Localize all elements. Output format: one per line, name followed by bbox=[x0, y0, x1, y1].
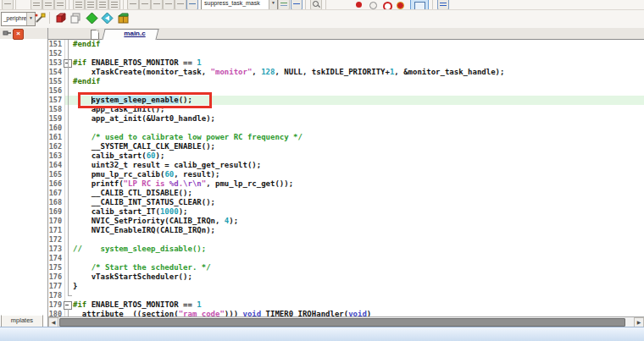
fold-margin[interactable] bbox=[65, 179, 73, 189]
fold-margin[interactable] bbox=[65, 310, 73, 316]
scrollbar-thumb[interactable] bbox=[59, 318, 625, 327]
line-number[interactable]: 166 bbox=[48, 179, 65, 189]
line-number[interactable]: 158 bbox=[48, 105, 65, 114]
chevron-down-icon[interactable]: ▼ bbox=[269, 0, 277, 9]
find-combobox[interactable]: suppress_task_mask ▼ bbox=[201, 0, 278, 10]
breakpoint-icon[interactable] bbox=[397, 2, 404, 9]
line-number[interactable]: 152 bbox=[48, 49, 65, 58]
options-wand-icon[interactable] bbox=[34, 12, 47, 25]
fold-margin[interactable] bbox=[65, 170, 73, 179]
fold-margin[interactable] bbox=[65, 58, 73, 68]
fold-margin[interactable] bbox=[65, 282, 73, 291]
highlighted-word[interactable]: system_sleep_enable bbox=[92, 96, 179, 104]
line-number[interactable]: 179 bbox=[48, 300, 65, 310]
toolbar-icon-cropped[interactable] bbox=[163, 0, 175, 10]
magnifier-icon[interactable] bbox=[310, 0, 322, 10]
fold-margin[interactable] bbox=[65, 161, 73, 170]
line-number[interactable]: 177 bbox=[48, 282, 65, 291]
fold-margin[interactable] bbox=[65, 133, 73, 142]
fold-margin[interactable] bbox=[65, 96, 73, 105]
line-number[interactable]: 173 bbox=[48, 245, 65, 254]
fold-collapse-box[interactable] bbox=[64, 59, 72, 68]
line-number[interactable]: 180 bbox=[48, 310, 65, 316]
fold-margin[interactable] bbox=[65, 254, 73, 263]
blue-tool-icon[interactable] bbox=[437, 0, 449, 10]
line-number[interactable]: 153 bbox=[48, 58, 65, 68]
gray-dot-icon[interactable] bbox=[369, 2, 377, 9]
line-number[interactable]: 164 bbox=[48, 161, 65, 170]
comment-icon[interactable] bbox=[97, 0, 108, 10]
line-number[interactable]: 163 bbox=[48, 151, 65, 161]
fold-margin[interactable] bbox=[65, 142, 73, 151]
indent-icon[interactable] bbox=[73, 0, 85, 10]
green-diamond-icon[interactable] bbox=[86, 12, 98, 25]
fold-margin[interactable] bbox=[65, 189, 73, 198]
line-number[interactable]: 160 bbox=[48, 124, 65, 133]
toolbar-icon-cropped[interactable] bbox=[151, 0, 163, 10]
fold-margin[interactable] bbox=[65, 40, 73, 49]
pack-box-icon[interactable] bbox=[117, 12, 130, 25]
line-number[interactable]: 170 bbox=[48, 217, 65, 226]
fold-margin[interactable] bbox=[65, 77, 73, 86]
fold-margin[interactable] bbox=[65, 198, 73, 207]
line-number[interactable]: 154 bbox=[48, 68, 65, 77]
line-number[interactable]: 169 bbox=[48, 207, 65, 217]
line-number[interactable]: 161 bbox=[48, 133, 65, 142]
line-number[interactable]: 157 bbox=[48, 96, 65, 105]
fold-margin[interactable] bbox=[65, 300, 73, 310]
bookmark-clear-icon[interactable] bbox=[54, 0, 66, 10]
fold-margin[interactable] bbox=[65, 245, 73, 254]
toolbar-icon-cropped[interactable] bbox=[139, 0, 151, 10]
bookmark-icon[interactable] bbox=[31, 0, 42, 10]
copy-stack-icon[interactable] bbox=[69, 12, 82, 25]
toolbar-icon-cropped[interactable] bbox=[127, 0, 139, 10]
line-number[interactable]: 155 bbox=[48, 77, 65, 86]
templates-tab[interactable]: mplates bbox=[1, 315, 43, 327]
pressed-panel-icon[interactable] bbox=[410, 0, 429, 10]
no-entry-icon[interactable] bbox=[383, 2, 392, 10]
line-number[interactable]: 178 bbox=[48, 291, 65, 300]
bookmark-next-icon[interactable] bbox=[42, 0, 54, 10]
blue-arrow-icon[interactable] bbox=[291, 0, 303, 10]
fold-margin[interactable] bbox=[65, 86, 73, 96]
line-number[interactable]: 162 bbox=[48, 142, 65, 151]
picture-icon[interactable] bbox=[278, 0, 290, 10]
line-number[interactable]: 156 bbox=[48, 86, 65, 96]
fold-margin[interactable] bbox=[65, 217, 73, 226]
fold-margin[interactable] bbox=[65, 235, 73, 245]
line-number[interactable]: 171 bbox=[48, 226, 65, 235]
fold-margin[interactable] bbox=[65, 68, 73, 77]
close-icon[interactable]: × bbox=[13, 29, 24, 40]
toolbar-icon-cropped[interactable] bbox=[175, 0, 186, 10]
line-number[interactable]: 174 bbox=[48, 254, 65, 263]
find-in-files-icon[interactable] bbox=[186, 0, 198, 10]
line-number[interactable]: 168 bbox=[48, 198, 65, 207]
fold-margin[interactable] bbox=[65, 263, 73, 272]
red-dot-icon[interactable] bbox=[356, 2, 362, 8]
line-number[interactable]: 159 bbox=[48, 114, 65, 124]
uncomment-icon[interactable] bbox=[108, 0, 120, 10]
fold-margin[interactable] bbox=[65, 124, 73, 133]
outdent-icon[interactable] bbox=[85, 0, 97, 10]
target-select[interactable]: _periphreal_re ▼ bbox=[1, 12, 36, 26]
fold-collapse-box[interactable] bbox=[64, 301, 72, 310]
line-number[interactable]: 151 bbox=[48, 40, 65, 49]
toolbar-icon-cropped[interactable] bbox=[2, 0, 14, 10]
cyan-diamond-icon[interactable] bbox=[101, 12, 114, 25]
fold-margin[interactable] bbox=[65, 207, 73, 217]
tab-main-c-label[interactable]: main.c bbox=[109, 29, 160, 39]
line-number[interactable]: 165 bbox=[48, 170, 65, 179]
code-editor[interactable]: 151#endif152153#if ENABLE_RTOS_MONITOR =… bbox=[48, 40, 644, 316]
line-number[interactable]: 176 bbox=[48, 272, 65, 282]
fold-margin[interactable] bbox=[65, 151, 73, 161]
download-brick-icon[interactable] bbox=[54, 12, 67, 25]
fold-margin[interactable] bbox=[65, 226, 73, 235]
line-number[interactable]: 175 bbox=[48, 263, 65, 272]
fold-margin[interactable] bbox=[65, 105, 73, 114]
pushpin-icon[interactable] bbox=[2, 29, 12, 39]
fold-margin[interactable] bbox=[65, 272, 73, 282]
line-number[interactable]: 172 bbox=[48, 235, 65, 245]
line-number[interactable]: 167 bbox=[48, 189, 65, 198]
fold-margin[interactable] bbox=[65, 49, 73, 58]
fold-margin[interactable] bbox=[65, 114, 73, 124]
